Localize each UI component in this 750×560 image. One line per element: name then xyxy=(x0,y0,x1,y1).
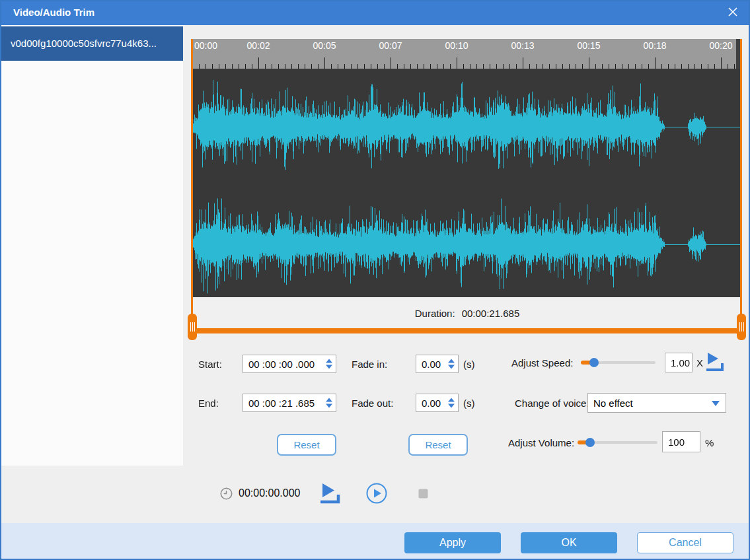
ruler-label: 00:00 xyxy=(194,40,217,51)
ruler-tick xyxy=(602,64,603,69)
stop-button-icon[interactable] xyxy=(418,489,428,501)
ruler-tick xyxy=(397,64,398,69)
ruler-tick xyxy=(648,64,649,69)
speed-unit: X xyxy=(696,357,703,368)
ruler-tick xyxy=(357,64,358,69)
apply-button[interactable]: Apply xyxy=(404,532,501,553)
ruler-tick xyxy=(364,64,365,69)
volume-unit: % xyxy=(705,437,714,448)
speed-slider[interactable] xyxy=(581,358,656,367)
ruler-tick xyxy=(523,57,523,69)
volume-value-input[interactable]: 100 xyxy=(662,431,700,452)
ruler-tick xyxy=(734,64,735,69)
ruler-tick xyxy=(503,64,504,69)
waveform-canvas[interactable] xyxy=(192,69,742,297)
ruler-tick xyxy=(714,64,715,69)
ok-button[interactable]: OK xyxy=(521,532,617,553)
ruler-tick xyxy=(463,64,464,69)
start-spinner-up-icon[interactable] xyxy=(326,359,332,363)
ruler-tick xyxy=(311,64,312,69)
trim-range-bar[interactable] xyxy=(194,328,743,333)
ruler-tick xyxy=(622,64,622,69)
ruler-tick xyxy=(701,64,702,69)
fade-in-value: 0.00 xyxy=(422,359,441,370)
ruler-tick xyxy=(582,64,583,69)
duration-bar: Duration:00:00:21.685 xyxy=(192,297,742,326)
fade-out-spinner-down-icon[interactable] xyxy=(448,404,455,408)
adjust-volume-label: Adjust Volume: xyxy=(508,437,574,448)
ruler-tick xyxy=(595,64,596,69)
ruler-tick xyxy=(291,64,292,69)
ruler-tick xyxy=(615,64,616,69)
ruler-tick xyxy=(384,64,385,69)
ruler-tick xyxy=(232,64,233,69)
speed-value: 1.00 xyxy=(671,357,690,368)
voice-effect-value: No effect xyxy=(593,398,633,409)
ruler-tick xyxy=(391,57,391,69)
trim-end-line[interactable] xyxy=(740,39,742,330)
ruler-tick xyxy=(252,64,252,69)
cancel-button[interactable]: Cancel xyxy=(637,532,733,553)
ruler-tick xyxy=(424,64,424,69)
ruler-tick xyxy=(344,64,345,69)
volume-slider[interactable] xyxy=(578,438,657,447)
start-spinner-down-icon[interactable] xyxy=(326,365,332,369)
ruler-tick xyxy=(410,64,411,69)
ruler-tick xyxy=(576,64,576,69)
waveform-view xyxy=(192,69,742,297)
ruler-tick xyxy=(668,64,669,69)
fade-out-spinner-up-icon[interactable] xyxy=(448,398,455,402)
ruler-tick xyxy=(675,64,675,69)
trim-start-line[interactable] xyxy=(191,39,193,330)
ruler-tick xyxy=(285,64,285,69)
sidebar-item-file[interactable]: v0d00fg10000c50sfvrc77u4k63... xyxy=(0,26,183,61)
speed-value-input[interactable]: 1.00 xyxy=(665,353,693,372)
reset-fade-button[interactable]: Reset xyxy=(408,434,468,456)
play-from-cursor-icon[interactable] xyxy=(317,481,342,508)
ruler-label: 00:15 xyxy=(577,40,600,51)
fade-in-unit: (s) xyxy=(463,359,475,370)
close-icon[interactable] xyxy=(725,5,741,21)
start-time-input[interactable]: 00 :00 :00 .000 xyxy=(243,355,336,373)
fade-in-spinner-down-icon[interactable] xyxy=(448,365,455,369)
speed-preview-play-icon[interactable] xyxy=(704,351,726,375)
ruler-tick xyxy=(225,64,226,69)
ruler-tick xyxy=(496,64,497,69)
fade-in-input[interactable]: 0.00 xyxy=(416,355,459,373)
ruler-tick xyxy=(549,64,550,69)
ruler-tick xyxy=(331,64,332,69)
ruler-label: 00:10 xyxy=(445,40,468,51)
file-list-sidebar: v0d00fg10000c50sfvrc77u4k63... xyxy=(0,25,183,466)
trim-end-handle[interactable] xyxy=(737,314,746,340)
ruler-tick xyxy=(476,64,477,69)
ruler-tick xyxy=(324,57,325,69)
ruler-tick xyxy=(661,64,662,69)
timeline-ruler[interactable]: 00:0000:0200:0500:0700:1000:1300:1500:18… xyxy=(192,39,742,69)
play-button-icon[interactable] xyxy=(366,483,387,507)
ruler-tick xyxy=(509,64,510,69)
ruler-tick xyxy=(642,64,642,69)
ruler-tick xyxy=(417,64,418,69)
fade-out-input[interactable]: 0.00 xyxy=(416,394,459,412)
ruler-tick xyxy=(562,64,563,69)
dropdown-arrow-icon xyxy=(712,401,720,406)
ruler-tick xyxy=(457,57,457,69)
fade-in-spinner-up-icon[interactable] xyxy=(448,359,455,363)
volume-slider-thumb[interactable] xyxy=(585,438,595,447)
speed-slider-thumb[interactable] xyxy=(589,358,599,367)
ruler-tick xyxy=(628,64,629,69)
end-spinner-up-icon[interactable] xyxy=(326,398,332,402)
trim-start-handle[interactable] xyxy=(188,314,197,340)
reset-trim-button[interactable]: Reset xyxy=(277,434,336,456)
volume-value: 100 xyxy=(668,437,685,448)
ruler-label: 00:07 xyxy=(379,40,402,51)
ruler-tick xyxy=(688,64,689,69)
ruler-tick xyxy=(298,64,299,69)
end-time-input[interactable]: 00 :00 :21 .685 xyxy=(243,394,336,412)
fade-out-value: 0.00 xyxy=(422,398,441,409)
end-spinner-down-icon[interactable] xyxy=(326,404,332,408)
voice-effect-dropdown[interactable]: No effect xyxy=(587,393,726,413)
ruler-tick xyxy=(351,64,352,69)
ruler-tick xyxy=(483,64,484,69)
ruler-tick xyxy=(708,64,708,69)
